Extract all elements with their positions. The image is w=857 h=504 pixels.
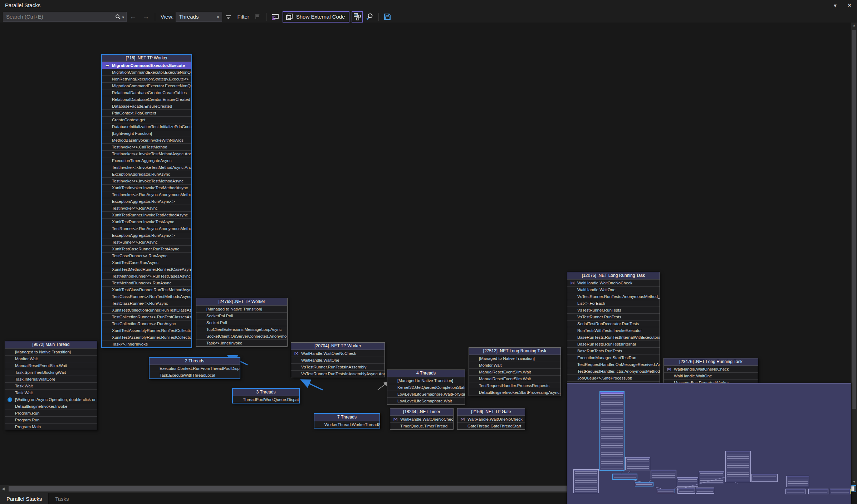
stack-frame[interactable]: GateThread.GateThreadStart	[457, 422, 525, 429]
stack-frame[interactable]: SocketClient.OnServerConnected.Anonymou.…	[196, 333, 287, 339]
stack-frame[interactable]: TestRunner<>.RunAsync.AnonymousMetho...	[102, 225, 191, 232]
search-box[interactable]	[3, 12, 127, 22]
stack-frame[interactable]: [Managed to Native Transition]	[469, 355, 560, 362]
stack-box-header[interactable]: [24768] .NET TP Worker	[196, 298, 287, 305]
stack-frame[interactable]: [Managed to Native Transition]	[5, 348, 97, 355]
stack-frame[interactable]: TimerQueue.TimerThread	[390, 422, 453, 429]
stack-frame[interactable]: DefaultEngineInvoker.StartProcessingAsyn…	[469, 389, 560, 396]
stack-frame[interactable]: TestInvoker<>.InvokeTestMethodAsync	[102, 177, 191, 184]
stack-frame[interactable]: CreateContext.get	[102, 116, 191, 123]
search-icon[interactable]	[114, 13, 122, 21]
close-icon[interactable]	[845, 1, 854, 10]
stack-box-header[interactable]: [27512] .NET Long Running Task	[469, 348, 560, 355]
toggle-method-view-icon[interactable]	[352, 11, 363, 23]
stack-frame[interactable]: ManualResetEventSlim.Wait	[469, 375, 560, 382]
stack-frame[interactable]: BaseRunTests.RunTests	[567, 347, 660, 354]
stack-frame[interactable]: LowLevelLifoSemaphore.Wait	[387, 397, 465, 404]
stack-frame[interactable]: WaitHandle.WaitOne	[291, 357, 385, 363]
stack-frame[interactable]: XunitTestClassRunner.RunTestMethodAsync	[102, 286, 191, 293]
stack-box-header[interactable]: [2156] .NET TP Gate	[457, 408, 525, 416]
stack-frame[interactable]: ExecutionManager.StartTestRun	[567, 354, 660, 361]
scroll-down-icon[interactable]: ▼	[851, 479, 857, 485]
stack-frame[interactable]: [Lightweight Function]	[102, 130, 191, 137]
search-input[interactable]	[3, 14, 114, 20]
stack-frame[interactable]: ➡MigrationCommandExecutor.Execute	[102, 62, 191, 69]
stack-frame[interactable]: ManualResetEventSlim.Wait	[5, 362, 97, 369]
stack-frame[interactable]: i[Waiting on Async Operation, double-cli…	[5, 396, 97, 403]
scroll-up-icon[interactable]: ▲	[851, 23, 857, 28]
stack-frame[interactable]: TestCollectionRunner<>.RunTestClassesAsy…	[102, 313, 191, 320]
stack-frame[interactable]: TestRequestHandler..ctor.AnonymousMethod…	[567, 368, 660, 375]
stack-frame[interactable]: ManualResetEventSlim.Wait	[469, 368, 560, 375]
stack-box-header[interactable]: [20704] .NET TP Worker	[291, 343, 385, 350]
stack-frame[interactable]: TestRequestHandler.ProcessRequests	[469, 382, 560, 389]
stack-frame[interactable]: SerialTestRunDecorator.RunTests	[567, 320, 660, 327]
stack-frame[interactable]: [Managed to Native Transition]	[196, 305, 287, 312]
scroll-left-icon[interactable]: ◀	[0, 485, 6, 493]
stack-frame[interactable]: TestClassRunner<>.RunAsync	[102, 300, 191, 307]
stack-frame[interactable]: TestCollectionRunner<>.RunAsync	[102, 320, 191, 327]
stack-frame[interactable]: VsTestRunner.RunTestsInAssembly	[291, 363, 385, 370]
stack-box-header[interactable]: 4 Threads	[387, 370, 465, 377]
stack-box-header[interactable]: [716] .NET TP Worker	[102, 55, 191, 62]
vertical-scrollbar-thumb[interactable]	[852, 30, 856, 409]
stack-frame[interactable]: Monitor.Wait	[469, 362, 560, 368]
stack-frame[interactable]: WorkerThread.WorkerThreadStart	[314, 421, 379, 428]
save-icon[interactable]	[382, 11, 393, 22]
filter-icon[interactable]	[223, 11, 234, 22]
parallel-stacks-canvas[interactable]: [716] .NET TP Worker➡MigrationCommandExe…	[0, 23, 851, 485]
stack-frame[interactable]: Task.SpinThenBlockingWait	[5, 369, 97, 376]
stack-frame[interactable]: DatabaseFacade.EnsureCreated	[102, 103, 191, 109]
stack-box-header[interactable]: [12076] .NET Long Running Task	[567, 272, 660, 279]
stack-frame[interactable]: MigrationCommandExecutor.ExecuteNonQu...	[102, 69, 191, 75]
stack-box-header[interactable]: [23476] .NET Long Running Task	[664, 358, 758, 366]
stack-frame[interactable]: TcpClientExtensions.MessageLoopAsync	[196, 326, 287, 333]
stack-box-header[interactable]: [18244] .NET Timer	[390, 408, 453, 416]
stack-frame[interactable]: XunitTestCase.RunAsync	[102, 259, 191, 266]
stack-frame[interactable]: VsTestRunner.RunTests.AnonymousMethod__5	[567, 293, 660, 300]
show-only-flagged-icon[interactable]	[252, 11, 263, 22]
stack-frame[interactable]: Monitor.Wait	[5, 355, 97, 362]
stack-frame[interactable]: TestCaseRunner<>.RunAsync	[102, 252, 191, 259]
stack-frame[interactable]: TestMethodRunner<>.RunAsync	[102, 279, 191, 286]
stack-frame[interactable]: XunitTestInvoker.InvokeTestMethodAsync	[102, 184, 191, 191]
stack-frame[interactable]: ExecutionContext.RunFromThreadPoolDispat…	[150, 365, 240, 372]
tab-parallel-stacks[interactable]: Parallel Stacks	[0, 493, 49, 504]
stack-frame[interactable]: ExceptionAggregator.RunAsync	[102, 171, 191, 177]
stack-frame[interactable]: Program.Run	[5, 416, 97, 423]
stack-frame[interactable]: Task<>.InnerInvoke	[196, 339, 287, 346]
stack-frame[interactable]: XunitTestCollectionRunner.RunTestClassAs…	[102, 307, 191, 313]
stack-frame[interactable]: Program.Main	[5, 423, 97, 430]
navigate-forward-icon[interactable]: →	[139, 13, 152, 21]
stack-box-header[interactable]: 3 Threads	[233, 389, 299, 396]
stack-frame[interactable]: TestRequestHandler.OnMessageReceived.An.…	[567, 361, 660, 368]
stack-frame[interactable]: WaitHandle.WaitOne	[664, 372, 758, 379]
window-menu-chevron-icon[interactable]	[831, 1, 840, 10]
stack-frame[interactable]: ExecutionTimer.AggregateAsync	[102, 157, 191, 164]
stack-frame[interactable]: ⋈WaitHandle.WaitOneNoCheck	[664, 366, 758, 372]
stack-frame[interactable]: TestInvoker<>.RunAsync	[102, 205, 191, 211]
stack-frame[interactable]: [Managed to Native Transition]	[387, 377, 465, 384]
stack-frame[interactable]: Socket.Poll	[196, 319, 287, 326]
stack-frame[interactable]: RelationalDatabaseCreator.CreateTables	[102, 89, 191, 96]
stack-frame[interactable]: ⋈WaitHandle.WaitOneNoCheck	[567, 279, 660, 286]
stack-frame[interactable]: VsTestRunner.RunTestsInAssemblyAsync.Ano…	[291, 370, 385, 377]
show-threads-in-source-icon[interactable]	[270, 11, 280, 22]
stack-frame[interactable]: ExceptionAggregator.RunAsync<>	[102, 198, 191, 205]
stack-frame[interactable]: RunTestsWithTests.InvokeExecutor	[567, 327, 660, 334]
stack-frame[interactable]: ⋈WaitHandle.WaitOneNoCheck	[291, 350, 385, 357]
stack-frame[interactable]: ExceptionAggregator.RunAsync<>	[102, 232, 191, 239]
stack-frame[interactable]: Task.InternalWaitCore	[5, 376, 97, 382]
stack-frame[interactable]: TestInvoker<>.InvokeTestMethodAsync.Ano.…	[102, 150, 191, 157]
stack-box-header[interactable]: 7 Threads	[314, 414, 379, 421]
stack-frame[interactable]: SocketPal.Poll	[196, 312, 287, 319]
stack-frame[interactable]: TestClassRunner<>.RunTestMethodsAsync	[102, 293, 191, 300]
stack-frame[interactable]: MethodBaseInvoker.InvokeWithNoArgs	[102, 137, 191, 143]
view-dropdown[interactable]: Threads	[176, 12, 222, 22]
stack-frame[interactable]: PdaContext.PdaContext	[102, 109, 191, 116]
stack-frame[interactable]: LowLevelLifoSemaphore.WaitForSignal	[387, 391, 465, 397]
stack-frame[interactable]: List<>.ForEach	[567, 300, 660, 307]
stack-frame[interactable]: XunitTestRunner.InvokeTestMethodAsync	[102, 211, 191, 218]
stack-frame[interactable]: TestRunner<>.RunAsync	[102, 239, 191, 245]
stack-frame[interactable]: BaseRunTests.RunTestInternalWithExecutor…	[567, 334, 660, 341]
